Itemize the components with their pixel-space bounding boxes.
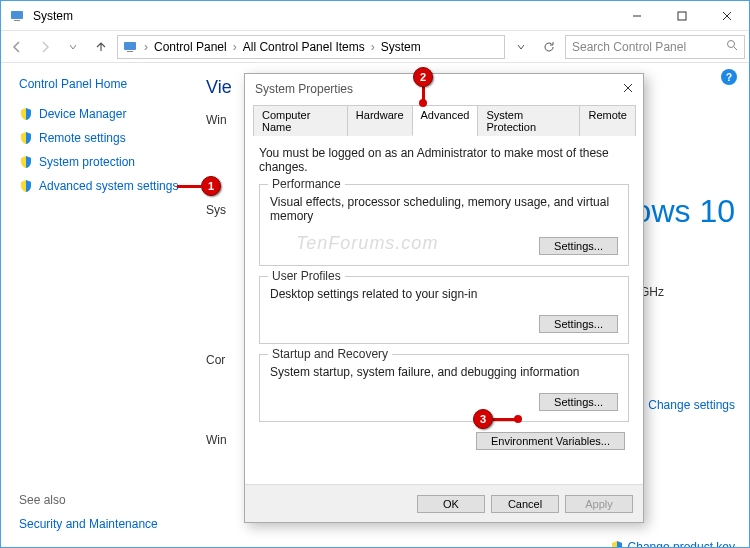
dialog-close-button[interactable] [623,82,633,96]
window-title: System [33,9,614,23]
cancel-button[interactable]: Cancel [491,495,559,513]
text-fragment: Cor [206,353,225,367]
search-placeholder: Search Control Panel [572,40,686,54]
address-dropdown-button[interactable] [509,35,533,59]
breadcrumb-item[interactable]: System [381,40,421,54]
group-title: Performance [268,177,345,191]
annotation-badge-3: 3 [473,409,493,429]
text-fragment: Win [206,433,227,447]
annotation-badge-1: 1 [201,176,221,196]
performance-settings-button[interactable]: Settings... [539,237,618,255]
shield-icon [19,107,33,121]
system-icon [9,8,25,24]
maximize-button[interactable] [659,1,704,31]
user-profiles-group: User Profiles Desktop settings related t… [259,276,629,344]
recent-locations-button[interactable] [61,35,85,59]
link-label: Change product key [628,540,735,548]
sidebar: Control Panel Home Device Manager Remote… [1,63,206,547]
sidebar-item-remote-settings[interactable]: Remote settings [19,131,196,145]
window-controls [614,1,749,31]
breadcrumb-item[interactable]: Control Panel [154,40,227,54]
svg-rect-6 [124,42,136,50]
link-label: Change settings [648,398,735,412]
control-panel-home-link[interactable]: Control Panel Home [19,77,196,91]
apply-button[interactable]: Apply [565,495,633,513]
search-input[interactable]: Search Control Panel [565,35,745,59]
admin-notice: You must be logged on as an Administrato… [259,146,629,174]
annotation-connector-dot [514,415,522,423]
dialog-body: You must be logged on as an Administrato… [245,136,643,460]
shield-icon [19,155,33,169]
tab-computer-name[interactable]: Computer Name [253,105,348,136]
change-settings-link[interactable]: Change settings [630,398,735,412]
forward-button[interactable] [33,35,57,59]
heading-fragment: Vie [206,77,232,98]
monitor-icon [122,39,138,55]
group-description: System startup, system failure, and debu… [270,365,618,379]
dialog-tabs: Computer Name Hardware Advanced System P… [253,104,635,136]
tab-remote[interactable]: Remote [579,105,636,136]
minimize-button[interactable] [614,1,659,31]
up-button[interactable] [89,35,113,59]
window-titlebar: System [1,1,749,31]
tab-system-protection[interactable]: System Protection [477,105,580,136]
sidebar-item-device-manager[interactable]: Device Manager [19,107,196,121]
startup-recovery-group: Startup and Recovery System startup, sys… [259,354,629,422]
tab-hardware[interactable]: Hardware [347,105,413,136]
annotation-connector-dot [419,99,427,107]
system-properties-dialog: System Properties Computer Name Hardware… [244,73,644,523]
user-profiles-settings-button[interactable]: Settings... [539,315,618,333]
chevron-right-icon: › [140,40,152,54]
annotation-connector [177,185,201,188]
breadcrumb-item[interactable]: All Control Panel Items [243,40,365,54]
chevron-right-icon: › [229,40,241,54]
sidebar-item-label: Remote settings [39,131,126,145]
performance-group: Performance Visual effects, processor sc… [259,184,629,266]
annotation-badge-2: 2 [413,67,433,87]
address-toolbar: › Control Panel › All Control Panel Item… [1,31,749,63]
refresh-button[interactable] [537,35,561,59]
change-product-key-link[interactable]: Change product key [610,540,735,548]
shield-icon [19,131,33,145]
text-fragment: Win [206,113,227,127]
shield-icon [610,540,624,548]
startup-recovery-settings-button[interactable]: Settings... [539,393,618,411]
svg-rect-1 [14,20,20,21]
sidebar-item-label: Device Manager [39,107,126,121]
group-description: Visual effects, processor scheduling, me… [270,195,618,223]
chevron-right-icon: › [367,40,379,54]
svg-rect-0 [11,11,23,19]
group-title: Startup and Recovery [268,347,392,361]
see-also: See also Security and Maintenance [19,493,158,531]
dialog-titlebar: System Properties [245,74,643,104]
svg-rect-3 [678,12,686,20]
search-icon [726,39,738,54]
group-description: Desktop settings related to your sign-in [270,287,618,301]
sidebar-item-label: System protection [39,155,135,169]
svg-line-9 [734,47,737,50]
text-fragment: Sys [206,203,226,217]
ok-button[interactable]: OK [417,495,485,513]
back-button[interactable] [5,35,29,59]
group-title: User Profiles [268,269,345,283]
shield-icon [19,179,33,193]
svg-point-8 [728,41,735,48]
environment-variables-button[interactable]: Environment Variables... [476,432,625,450]
sidebar-item-label: Advanced system settings [39,179,178,193]
breadcrumb[interactable]: › Control Panel › All Control Panel Item… [117,35,505,59]
security-maintenance-link[interactable]: Security and Maintenance [19,517,158,531]
dialog-title: System Properties [255,82,353,96]
dialog-footer: OK Cancel Apply [245,484,643,522]
sidebar-item-advanced-system-settings[interactable]: Advanced system settings [19,179,196,193]
see-also-heading: See also [19,493,158,507]
close-button[interactable] [704,1,749,31]
svg-rect-7 [127,51,133,52]
sidebar-item-system-protection[interactable]: System protection [19,155,196,169]
tab-advanced[interactable]: Advanced [412,105,479,136]
